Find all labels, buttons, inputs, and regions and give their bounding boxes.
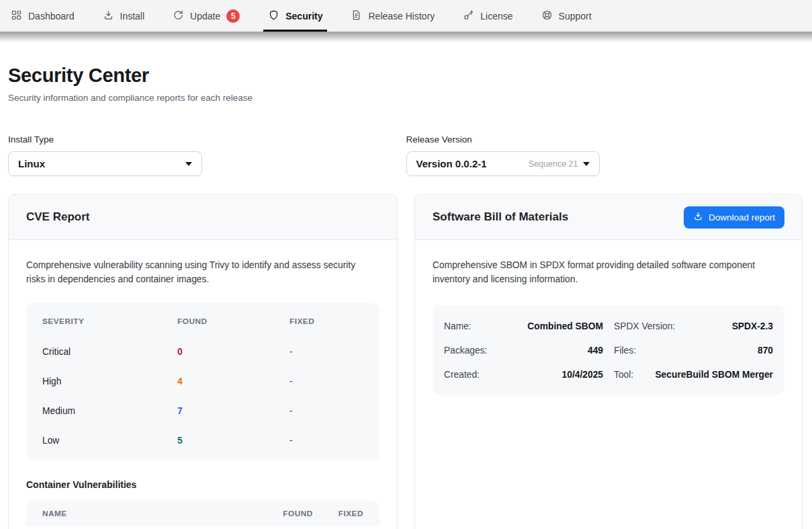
list-item: Packages: 449 (444, 338, 603, 362)
sbom-card: Software Bill of Materials Download repo… (414, 194, 803, 529)
severity-column-header: SEVERITY (42, 317, 177, 326)
sbom-card-header: Software Bill of Materials Download repo… (415, 195, 802, 240)
list-item: Tool: SecureBuild SBOM Merger (614, 362, 773, 386)
severity-label: Medium (42, 406, 177, 416)
shield-icon (268, 9, 279, 23)
key-icon (463, 9, 474, 23)
cve-description: Comprehensive vulnerability scanning usi… (26, 258, 375, 286)
fixed-count: - (289, 406, 363, 416)
sbom-spdx-version-label: SPDX Version: (614, 321, 675, 331)
release-version-value: Version 0.0.2-1 (416, 158, 487, 169)
fixed-count: - (289, 436, 363, 446)
severity-table: SEVERITY FOUND FIXED Critical 0 - High 4… (26, 303, 379, 460)
found-column-header: FOUND (177, 317, 289, 326)
sbom-created-value: 10/4/2025 (562, 370, 603, 380)
cve-card-header: CVE Report (9, 195, 397, 240)
container-vulnerabilities-title: Container Vulnerabilities (26, 479, 379, 490)
update-icon (173, 9, 184, 23)
sbom-details-grid: Name: Combined SBOM SPDX Version: SPDX-2… (433, 305, 784, 395)
download-report-label: Download report (709, 212, 775, 222)
download-icon (693, 211, 703, 223)
sbom-packages-label: Packages: (444, 345, 487, 356)
nav-item-label: Dashboard (28, 11, 75, 22)
filters-row: Install Type Linux Release Version Versi… (8, 134, 804, 176)
nav-item-label: Security (285, 11, 322, 22)
table-row: Critical 0 - (42, 337, 363, 366)
table-row: Medium 7 - (42, 396, 363, 425)
nav-item-label: License (480, 11, 512, 22)
lifebuoy-icon (541, 9, 553, 23)
sbom-files-value: 870 (758, 345, 773, 356)
release-version-label: Release Version (406, 134, 805, 145)
release-version-select[interactable]: Version 0.0.2-1 Sequence 21 (406, 151, 600, 176)
cve-report-card: CVE Report Comprehensive vulnerability s… (8, 194, 398, 529)
nav-item-install[interactable]: Install (103, 0, 145, 32)
cve-card-title: CVE Report (26, 210, 89, 224)
nav-item-release-history[interactable]: Release History (351, 0, 435, 32)
name-column-header: NAME (42, 509, 283, 518)
found-count: 5 (177, 436, 289, 446)
nav-item-label: Release History (368, 11, 435, 22)
sbom-spdx-version-value: SPDX-2.3 (732, 321, 773, 331)
severity-label: Critical (42, 347, 177, 357)
sbom-tool-value: SecureBuild SBOM Merger (655, 370, 773, 380)
nav-item-dashboard[interactable]: Dashboard (11, 0, 75, 32)
sbom-packages-value: 449 (588, 345, 603, 356)
list-item: Created: 10/4/2025 (444, 362, 603, 386)
nav-item-license[interactable]: License (463, 0, 512, 32)
document-icon (351, 9, 362, 23)
sbom-name-value: Combined SBOM (527, 321, 603, 331)
cards-row: CVE Report Comprehensive vulnerability s… (8, 194, 804, 529)
install-type-label: Install Type (8, 134, 406, 145)
list-item: SPDX Version: SPDX-2.3 (614, 314, 773, 338)
sbom-created-label: Created: (444, 370, 480, 380)
container-vulnerabilities-table-header: NAME FOUND FIXED (26, 501, 379, 526)
page-subtitle: Security information and compliance repo… (8, 93, 804, 103)
table-row: Low 5 - (42, 425, 363, 455)
install-type-select[interactable]: Linux (8, 151, 202, 176)
nav-item-label: Update (190, 11, 220, 22)
top-navigation: Dashboard Install Update 5 Security Rele… (0, 0, 812, 32)
nav-item-update[interactable]: Update 5 (173, 0, 240, 32)
chevron-down-icon (583, 162, 590, 166)
main-content: Security Center Security information and… (0, 65, 812, 529)
fixed-column-header: FIXED (339, 509, 363, 518)
found-count: 4 (177, 376, 289, 386)
severity-label: High (42, 376, 177, 386)
nav-shadow-divider (0, 32, 812, 42)
nav-item-security[interactable]: Security (268, 0, 322, 32)
found-count: 0 (177, 347, 289, 357)
sbom-tool-label: Tool: (614, 370, 633, 380)
fixed-column-header: FIXED (289, 317, 363, 326)
install-icon (103, 9, 114, 23)
list-item: Name: Combined SBOM (444, 314, 603, 338)
nav-item-support[interactable]: Support (541, 0, 592, 32)
severity-label: Low (42, 436, 177, 446)
found-column-header: FOUND (283, 509, 312, 518)
table-row: High 4 - (42, 366, 363, 396)
dashboard-icon (11, 9, 22, 23)
sbom-card-title: Software Bill of Materials (433, 210, 568, 224)
sbom-name-label: Name: (444, 321, 471, 331)
found-count: 7 (177, 406, 289, 416)
severity-table-header: SEVERITY FOUND FIXED (42, 306, 363, 337)
download-report-button[interactable]: Download report (684, 206, 784, 229)
nav-item-label: Support (559, 11, 592, 22)
sequence-label: Sequence 21 (529, 159, 578, 169)
page-title: Security Center (8, 65, 804, 87)
fixed-count: - (289, 347, 363, 357)
cve-card-body: Comprehensive vulnerability scanning usi… (9, 240, 397, 529)
install-type-value: Linux (18, 158, 45, 169)
list-item: Files: 870 (614, 338, 773, 362)
nav-item-label: Install (120, 11, 145, 22)
chevron-down-icon (185, 162, 192, 166)
sbom-description: Comprehensive SBOM in SPDX format provid… (433, 258, 782, 286)
fixed-count: - (289, 376, 363, 386)
sbom-files-label: Files: (614, 345, 636, 356)
sbom-card-body: Comprehensive SBOM in SPDX format provid… (415, 240, 802, 413)
update-count-badge: 5 (226, 9, 240, 23)
